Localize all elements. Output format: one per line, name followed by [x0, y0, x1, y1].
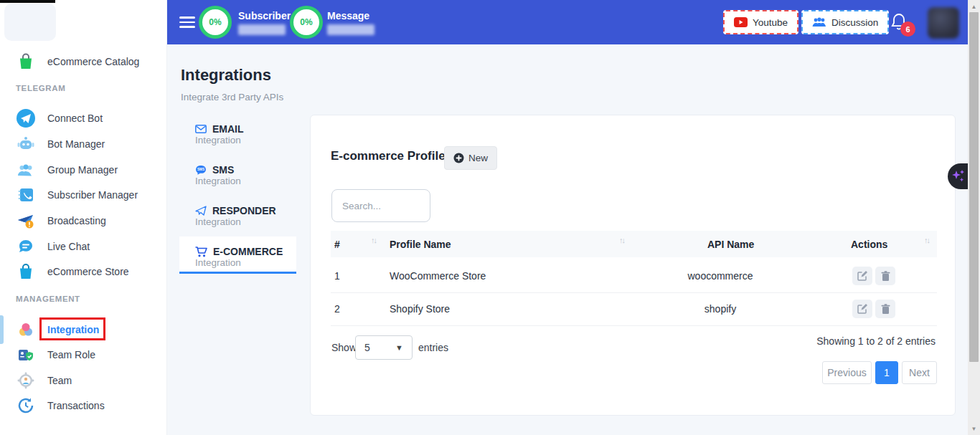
tab-title: E-COMMERCE	[213, 246, 283, 257]
tab-responder-integration[interactable]: RESPONDER Integration	[195, 205, 276, 227]
tab-title: EMAIL	[212, 123, 244, 135]
page-size-value: 5	[364, 342, 370, 353]
green-bag-icon	[16, 52, 36, 72]
column-header-profile-name[interactable]: Profile Name	[390, 239, 451, 250]
tab-subtitle: Integration	[195, 216, 276, 227]
sort-icon[interactable]: ↑↓	[924, 236, 929, 244]
delete-button[interactable]	[875, 300, 895, 318]
sort-icon[interactable]: ↑↓	[619, 236, 624, 244]
team-gear-icon	[16, 371, 36, 391]
sidebar-item-label: Live Chat	[47, 241, 90, 252]
edit-button[interactable]	[852, 267, 872, 285]
sidebar-item-label: eCommerce Store	[47, 266, 129, 277]
youtube-button[interactable]: Youtube	[723, 10, 798, 34]
sort-icon[interactable]: ↑↓	[371, 236, 376, 244]
edit-icon	[857, 271, 867, 281]
role-badge-icon	[16, 345, 36, 365]
sidebar-item-label: Group Manager	[47, 164, 118, 176]
trash-icon	[881, 304, 890, 314]
youtube-button-label: Youtube	[753, 17, 788, 28]
column-header-api-name[interactable]: API Name	[707, 239, 754, 250]
subscriber-label: Subscriber	[238, 10, 291, 21]
column-header-actions[interactable]: Actions	[851, 239, 887, 250]
tab-title: RESPONDER	[212, 205, 276, 216]
tab-ecommerce-integration[interactable]: E-COMMERCE Integration	[195, 246, 283, 268]
ai-assistant-button[interactable]	[948, 163, 969, 189]
scroll-up-arrow-icon[interactable]: ▲	[968, 1, 980, 11]
pagination-page-1-button[interactable]: 1	[875, 361, 898, 384]
edit-icon	[857, 304, 867, 314]
page-subtitle: Integrate 3rd Party APIs	[181, 92, 283, 102]
tab-email-integration[interactable]: EMAIL Integration	[195, 123, 244, 145]
pagination-previous-button[interactable]: Previous	[822, 361, 872, 384]
sms-bubble-icon: SMS	[195, 165, 207, 175]
entries-label: entries	[418, 342, 448, 353]
app-logo	[4, 4, 56, 41]
tab-sms-integration[interactable]: SMS SMS Integration	[195, 164, 241, 186]
integration-circles-icon	[16, 320, 36, 340]
sidebar-item-label: Subscriber Manager	[47, 189, 138, 201]
column-header-num[interactable]: #	[334, 239, 340, 250]
notification-badge: 6	[900, 21, 915, 37]
subscriber-redacted-value	[238, 24, 286, 35]
sidebar-item-team-role[interactable]: Team Role	[16, 345, 159, 365]
new-button[interactable]: New	[444, 146, 497, 170]
message-progress-circle: 0%	[290, 6, 323, 39]
plus-circle-icon	[453, 153, 464, 163]
sidebar-item-label: Team Role	[47, 349, 95, 360]
message-label: Message	[327, 10, 369, 21]
sidebar-item-integration[interactable]: Integration	[16, 320, 159, 340]
sidebar-item-label: Team	[47, 375, 72, 386]
sidebar-item-live-chat[interactable]: Live Chat	[16, 236, 159, 257]
user-avatar[interactable]	[928, 7, 959, 39]
chat-bubble-icon	[16, 236, 36, 257]
row-separator	[331, 325, 937, 326]
tab-title: SMS	[212, 164, 234, 176]
row-num: 1	[334, 270, 340, 282]
envelope-icon	[195, 125, 207, 133]
discussion-button[interactable]: Discussion	[801, 10, 889, 34]
robot-icon	[16, 134, 36, 154]
row-separator	[331, 292, 937, 293]
vertical-scrollbar[interactable]: ▲ ▼	[968, 0, 980, 435]
blue-bag-icon	[16, 262, 36, 282]
page-size-select[interactable]: 5 ▼	[355, 335, 413, 360]
sidebar-item-group-manager[interactable]: Group Manager	[16, 160, 159, 180]
scroll-down-arrow-icon[interactable]: ▼	[968, 424, 980, 434]
sidebar-item-label: Bot Manager	[47, 138, 105, 150]
svg-text:SMS: SMS	[197, 168, 204, 171]
sidebar-item-team[interactable]: Team	[16, 371, 159, 391]
sidebar-item-label: Transactions	[47, 400, 105, 411]
page-title: Integrations	[181, 66, 271, 85]
hamburger-menu-icon[interactable]	[179, 16, 195, 28]
pagination-next-button[interactable]: Next	[902, 361, 937, 384]
sidebar-item-broadcasting[interactable]: Broadcasting	[16, 211, 159, 231]
telegram-icon	[16, 108, 36, 128]
sidebar-item-label: Broadcasting	[47, 215, 106, 226]
ecommerce-profile-card: E-commerce Profile New # ↑↓ Profile Name…	[310, 115, 956, 416]
row-api-name: shopify	[641, 303, 800, 315]
sidebar-item-label: eCommerce Catalog	[47, 56, 139, 67]
scrollbar-thumb[interactable]	[969, 12, 979, 362]
sidebar-item-subscriber-manager[interactable]: Subscriber Manager	[16, 185, 159, 205]
active-item-indicator	[0, 315, 4, 344]
sidebar-item-connect-bot[interactable]: Connect Bot	[16, 108, 159, 128]
youtube-icon	[734, 17, 748, 27]
paper-plane-icon	[195, 206, 207, 216]
chevron-down-icon: ▼	[395, 343, 403, 352]
search-input[interactable]	[331, 189, 430, 222]
transactions-clock-icon	[16, 396, 36, 416]
sidebar-item-ecommerce-catalog[interactable]: eCommerce Catalog	[16, 52, 159, 72]
delete-button[interactable]	[875, 267, 895, 285]
tab-subtitle: Integration	[195, 135, 244, 145]
message-percent: 0%	[300, 17, 312, 27]
message-redacted-value	[327, 24, 374, 35]
sidebar-section-telegram: TELEGRAM	[16, 84, 65, 92]
edit-button[interactable]	[852, 300, 872, 318]
row-api-name: woocommerce	[641, 270, 800, 282]
tab-subtitle: Integration	[195, 176, 241, 186]
sidebar-item-bot-manager[interactable]: Bot Manager	[16, 134, 159, 154]
sidebar-item-ecommerce-store[interactable]: eCommerce Store	[16, 262, 159, 282]
sidebar-item-transactions[interactable]: Transactions	[16, 396, 159, 416]
cart-icon	[195, 247, 207, 257]
